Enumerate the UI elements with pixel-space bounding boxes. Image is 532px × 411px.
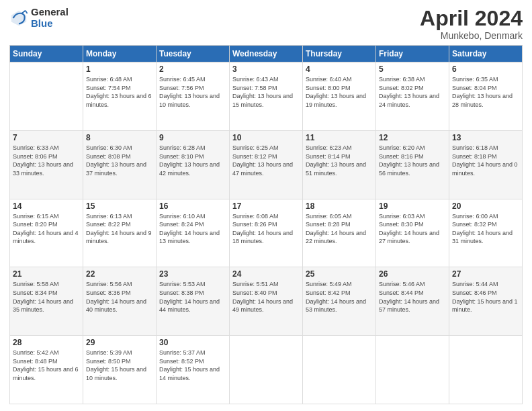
calendar-day-cell: 9Sunrise: 6:28 AMSunset: 8:10 PMDaylight…	[157, 130, 230, 199]
day-detail: Sunrise: 6:15 AMSunset: 8:20 PMDaylight:…	[13, 212, 80, 246]
calendar-day-cell: 14Sunrise: 6:15 AMSunset: 8:20 PMDayligh…	[10, 199, 83, 267]
day-detail: Sunrise: 6:35 AMSunset: 8:04 PMDaylight:…	[452, 75, 519, 109]
day-detail: Sunrise: 6:33 AMSunset: 8:06 PMDaylight:…	[13, 144, 80, 177]
title-location: Munkebo, Denmark	[420, 30, 523, 41]
logo-icon	[9, 9, 28, 28]
calendar-day-cell: 24Sunrise: 5:51 AMSunset: 8:40 PMDayligh…	[230, 267, 303, 336]
day-number: 5	[379, 64, 446, 74]
day-detail: Sunrise: 6:03 AMSunset: 8:30 PMDaylight:…	[379, 212, 446, 246]
day-detail: Sunrise: 6:08 AMSunset: 8:26 PMDaylight:…	[232, 212, 300, 246]
calendar-day-cell: 5Sunrise: 6:38 AMSunset: 8:02 PMDaylight…	[376, 62, 449, 131]
calendar-day-cell: 8Sunrise: 6:30 AMSunset: 8:08 PMDaylight…	[83, 130, 157, 199]
title-month: April 2024	[420, 7, 523, 30]
day-detail: Sunrise: 5:58 AMSunset: 8:34 PMDaylight:…	[13, 280, 80, 314]
calendar-day-cell	[449, 336, 523, 404]
calendar-day-cell: 17Sunrise: 6:08 AMSunset: 8:26 PMDayligh…	[230, 199, 303, 267]
day-number: 29	[86, 338, 153, 347]
day-detail: Sunrise: 6:18 AMSunset: 8:18 PMDaylight:…	[452, 144, 519, 177]
calendar-day-cell: 3Sunrise: 6:43 AMSunset: 7:58 PMDaylight…	[230, 62, 303, 131]
calendar-day-cell: 30Sunrise: 5:37 AMSunset: 8:52 PMDayligh…	[157, 336, 230, 404]
day-detail: Sunrise: 5:39 AMSunset: 8:50 PMDaylight:…	[86, 349, 153, 382]
day-number: 26	[379, 269, 446, 279]
calendar-day-cell: 27Sunrise: 5:44 AMSunset: 8:46 PMDayligh…	[449, 267, 523, 336]
day-detail: Sunrise: 5:44 AMSunset: 8:46 PMDaylight:…	[452, 280, 519, 314]
day-number: 24	[232, 269, 300, 279]
day-number: 6	[452, 64, 519, 74]
calendar-day-cell: 11Sunrise: 6:23 AMSunset: 8:14 PMDayligh…	[303, 130, 376, 199]
calendar-day-cell: 7Sunrise: 6:33 AMSunset: 8:06 PMDaylight…	[10, 130, 83, 199]
day-number: 20	[452, 201, 519, 211]
calendar-day-cell: 13Sunrise: 6:18 AMSunset: 8:18 PMDayligh…	[449, 130, 523, 199]
day-detail: Sunrise: 5:53 AMSunset: 8:38 PMDaylight:…	[159, 280, 226, 314]
calendar-day-cell	[303, 336, 376, 404]
day-number: 16	[159, 201, 226, 211]
day-detail: Sunrise: 6:30 AMSunset: 8:08 PMDaylight:…	[86, 144, 153, 177]
day-number: 22	[86, 269, 153, 279]
day-number: 3	[232, 64, 300, 74]
calendar-day-cell: 19Sunrise: 6:03 AMSunset: 8:30 PMDayligh…	[376, 199, 449, 267]
calendar-week-row: 14Sunrise: 6:15 AMSunset: 8:20 PMDayligh…	[10, 199, 523, 267]
day-number: 27	[452, 269, 519, 279]
calendar-day-cell: 4Sunrise: 6:40 AMSunset: 8:00 PMDaylight…	[303, 62, 376, 131]
day-detail: Sunrise: 6:10 AMSunset: 8:24 PMDaylight:…	[159, 212, 226, 246]
calendar-day-header: Thursday	[303, 46, 376, 62]
day-detail: Sunrise: 6:43 AMSunset: 7:58 PMDaylight:…	[232, 75, 300, 109]
calendar-day-cell	[376, 336, 449, 404]
calendar-day-cell	[10, 62, 83, 131]
calendar-day-cell: 22Sunrise: 5:56 AMSunset: 8:36 PMDayligh…	[83, 267, 157, 336]
calendar-day-cell: 26Sunrise: 5:46 AMSunset: 8:44 PMDayligh…	[376, 267, 449, 336]
day-detail: Sunrise: 6:38 AMSunset: 8:02 PMDaylight:…	[379, 75, 446, 109]
day-number: 18	[306, 201, 373, 211]
logo: General Blue	[9, 7, 69, 29]
page: General Blue April 2024 Munkebo, Denmark…	[0, 0, 532, 411]
calendar-day-cell: 12Sunrise: 6:20 AMSunset: 8:16 PMDayligh…	[376, 130, 449, 199]
calendar-day-header: Tuesday	[157, 46, 230, 62]
day-detail: Sunrise: 6:25 AMSunset: 8:12 PMDaylight:…	[232, 144, 300, 177]
calendar-day-header: Wednesday	[230, 46, 303, 62]
calendar-day-cell: 1Sunrise: 6:48 AMSunset: 7:54 PMDaylight…	[83, 62, 157, 131]
calendar-day-cell: 6Sunrise: 6:35 AMSunset: 8:04 PMDaylight…	[449, 62, 523, 131]
day-detail: Sunrise: 5:46 AMSunset: 8:44 PMDaylight:…	[379, 280, 446, 314]
day-detail: Sunrise: 6:28 AMSunset: 8:10 PMDaylight:…	[159, 144, 226, 177]
logo-general-text: General	[31, 7, 69, 18]
calendar-day-cell	[230, 336, 303, 404]
day-detail: Sunrise: 5:56 AMSunset: 8:36 PMDaylight:…	[86, 280, 153, 314]
day-number: 1	[86, 64, 153, 74]
calendar-day-cell: 21Sunrise: 5:58 AMSunset: 8:34 PMDayligh…	[10, 267, 83, 336]
day-number: 10	[232, 133, 300, 142]
calendar-day-cell: 23Sunrise: 5:53 AMSunset: 8:38 PMDayligh…	[157, 267, 230, 336]
day-number: 23	[159, 269, 226, 279]
day-number: 14	[13, 201, 80, 211]
day-number: 21	[13, 269, 80, 279]
calendar-week-row: 1Sunrise: 6:48 AMSunset: 7:54 PMDaylight…	[10, 62, 523, 131]
day-number: 12	[379, 133, 446, 142]
calendar-day-header: Friday	[376, 46, 449, 62]
day-number: 28	[13, 338, 80, 347]
day-number: 15	[86, 201, 153, 211]
calendar-table: SundayMondayTuesdayWednesdayThursdayFrid…	[9, 45, 523, 404]
calendar-week-row: 7Sunrise: 6:33 AMSunset: 8:06 PMDaylight…	[10, 130, 523, 199]
calendar-header-row: SundayMondayTuesdayWednesdayThursdayFrid…	[10, 46, 523, 62]
calendar-week-row: 21Sunrise: 5:58 AMSunset: 8:34 PMDayligh…	[10, 267, 523, 336]
logo-text: General Blue	[31, 7, 69, 29]
header: General Blue April 2024 Munkebo, Denmark	[9, 7, 523, 41]
day-number: 9	[159, 133, 226, 142]
day-number: 17	[232, 201, 300, 211]
day-detail: Sunrise: 6:05 AMSunset: 8:28 PMDaylight:…	[306, 212, 373, 246]
day-number: 30	[159, 338, 226, 347]
day-detail: Sunrise: 5:49 AMSunset: 8:42 PMDaylight:…	[306, 280, 373, 314]
day-detail: Sunrise: 5:42 AMSunset: 8:48 PMDaylight:…	[13, 349, 80, 382]
logo-blue-text: Blue	[31, 18, 69, 30]
day-number: 2	[159, 64, 226, 74]
calendar-day-header: Monday	[83, 46, 157, 62]
calendar-day-cell: 16Sunrise: 6:10 AMSunset: 8:24 PMDayligh…	[157, 199, 230, 267]
day-detail: Sunrise: 6:23 AMSunset: 8:14 PMDaylight:…	[306, 144, 373, 177]
calendar-day-cell: 10Sunrise: 6:25 AMSunset: 8:12 PMDayligh…	[230, 130, 303, 199]
day-detail: Sunrise: 5:51 AMSunset: 8:40 PMDaylight:…	[232, 280, 300, 314]
calendar-day-cell: 25Sunrise: 5:49 AMSunset: 8:42 PMDayligh…	[303, 267, 376, 336]
calendar-week-row: 28Sunrise: 5:42 AMSunset: 8:48 PMDayligh…	[10, 336, 523, 404]
day-number: 8	[86, 133, 153, 142]
day-detail: Sunrise: 6:40 AMSunset: 8:00 PMDaylight:…	[306, 75, 373, 109]
calendar-day-cell: 18Sunrise: 6:05 AMSunset: 8:28 PMDayligh…	[303, 199, 376, 267]
day-detail: Sunrise: 6:45 AMSunset: 7:56 PMDaylight:…	[159, 75, 226, 109]
